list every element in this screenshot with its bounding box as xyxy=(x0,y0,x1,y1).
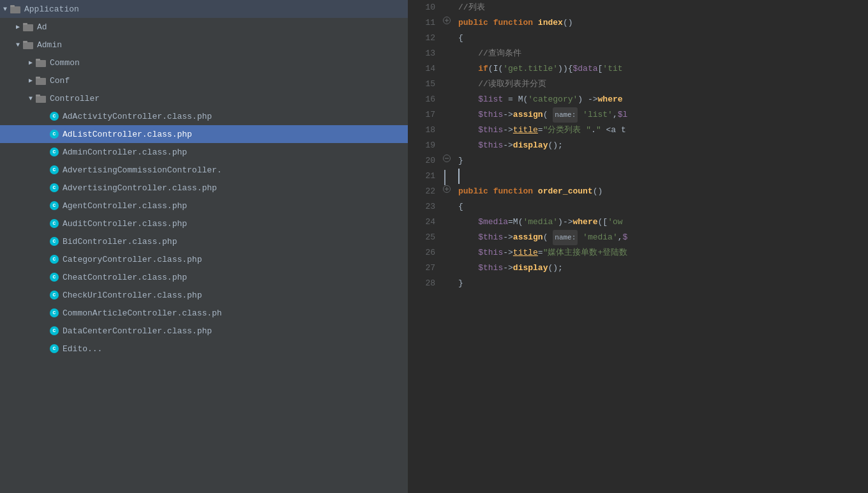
tree-label-admincontroller: AdminController.class.php xyxy=(63,148,187,157)
code-line-27: $this -> display (); xyxy=(458,261,868,276)
string-get-title: 'get.title' xyxy=(503,61,558,77)
property-title-18: title xyxy=(513,123,538,138)
tree-item-editorcontroller[interactable]: c Edito... xyxy=(0,340,408,358)
property-title-26: title xyxy=(513,245,538,261)
keyword-public-22: public xyxy=(458,184,488,199)
file-tree[interactable]: ▼ Application ▶ Ad ▼ Adm xyxy=(0,0,408,493)
line-num-19: 19 xyxy=(408,138,435,153)
code-line-15: //读取列表并分页 xyxy=(458,77,868,92)
tree-item-admin[interactable]: ▼ Admin xyxy=(0,36,408,54)
tree-item-admincontroller[interactable]: c AdminController.class.php xyxy=(0,143,408,161)
tree-label-adlist: AdListController.class.php xyxy=(63,130,192,139)
php-file-icon-commonarticle: c xyxy=(49,308,60,318)
tree-item-advertisingcommission[interactable]: c AdvertisingCommissionController. xyxy=(0,161,408,179)
php-file-icon-categorycontroller: c xyxy=(49,254,60,264)
code-line-22: public function order_count () xyxy=(458,184,868,199)
tree-item-adlist[interactable]: c AdListController.class.php xyxy=(0,125,408,143)
php-file-icon-adlist: c xyxy=(49,129,60,139)
code-gutter xyxy=(440,0,453,493)
tree-item-auditcontroller[interactable]: c AuditController.class.php xyxy=(0,215,408,232)
code-line-26: $this -> title = "媒体主接单数+登陆数 xyxy=(458,245,868,261)
keyword-if: if xyxy=(478,61,488,77)
tree-label-datacenter: DataCenterController.class.php xyxy=(63,326,212,336)
line-num-15: 15 xyxy=(408,77,435,92)
tree-label-adactivity: AdActivityController.class.php xyxy=(63,112,212,121)
arrow-application: ▼ xyxy=(0,6,10,13)
line-num-17: 17 xyxy=(408,107,435,123)
gutter-marker-20[interactable] xyxy=(443,155,451,162)
tree-label-conf: Conf xyxy=(50,76,70,86)
svg-rect-2 xyxy=(23,24,33,31)
svg-rect-1 xyxy=(10,5,15,7)
php-file-icon-bidcontroller: c xyxy=(49,236,60,247)
tree-item-checkurlcontroller[interactable]: c CheckUrlController.class.php xyxy=(0,286,408,304)
tree-item-conf[interactable]: ▶ Conf xyxy=(0,72,408,89)
svg-rect-6 xyxy=(36,60,46,67)
code-editor: 10 11 12 13 14 15 16 17 18 19 20 21 22 2… xyxy=(408,0,868,493)
line-num-11: 11 xyxy=(408,15,435,31)
line-num-27: 27 xyxy=(408,261,435,276)
comment-15: //读取列表并分页 xyxy=(478,77,546,92)
code-line-19: $this -> display (); xyxy=(458,138,868,153)
code-line-24: $media = M ( 'media' ) -> where ([ 'ow xyxy=(458,215,868,230)
svg-rect-3 xyxy=(23,23,27,25)
line-num-10: 10 xyxy=(408,0,435,15)
tree-label-advertisingcommission: AdvertisingCommissionController. xyxy=(63,165,222,175)
tree-label-application: Application xyxy=(24,4,79,14)
tree-label-categorycontroller: CategoryController.class.php xyxy=(63,255,202,264)
php-file-icon-advertisingcommission: c xyxy=(49,165,60,175)
line-num-26: 26 xyxy=(408,245,435,261)
folder-icon-ad xyxy=(23,22,34,31)
tree-item-application[interactable]: ▼ Application xyxy=(0,0,408,18)
tree-label-cheatcontroller: CheatController.class.php xyxy=(63,273,187,282)
code-line-23: { xyxy=(458,199,868,215)
code-line-21 xyxy=(458,169,868,184)
tree-label-controller: Controller xyxy=(50,94,100,103)
funcname-order-count: order_count xyxy=(538,184,593,199)
code-line-16: $list = M ( 'category' ) -> where xyxy=(458,92,868,107)
line-num-14: 14 xyxy=(408,61,435,77)
gutter-marker-22[interactable] xyxy=(443,185,451,193)
tree-item-common[interactable]: ▶ Common xyxy=(0,54,408,72)
line-num-13: 13 xyxy=(408,46,435,61)
tree-item-advertisingcontroller[interactable]: c AdvertisingController.class.php xyxy=(0,179,408,197)
php-file-icon-auditcontroller: c xyxy=(49,218,60,229)
line-num-24: 24 xyxy=(408,215,435,230)
php-file-icon-checkurlcontroller: c xyxy=(49,290,60,300)
keyword-public-11: public xyxy=(458,15,488,31)
tree-item-ad[interactable]: ▶ Ad xyxy=(0,18,408,36)
line-num-25: 25 xyxy=(408,230,435,245)
php-file-icon-datacenter: c xyxy=(49,326,60,336)
php-file-icon-admincontroller: c xyxy=(49,147,60,157)
tree-item-controller[interactable]: ▼ Controller xyxy=(0,89,408,107)
tree-label-common: Common xyxy=(50,58,80,68)
tree-item-bidcontroller[interactable]: c BidController.class.php xyxy=(0,232,408,250)
code-line-14: if ( I ( 'get.title' )){ $data [ 'tit xyxy=(458,61,868,77)
tree-item-agentcontroller[interactable]: c AgentController.class.php xyxy=(0,197,408,215)
folder-icon-conf xyxy=(36,76,47,85)
svg-rect-0 xyxy=(10,6,20,13)
comment-13: //查询条件 xyxy=(478,46,521,61)
code-content: 10 11 12 13 14 15 16 17 18 19 20 21 22 2… xyxy=(408,0,868,493)
svg-rect-7 xyxy=(36,59,40,61)
folder-icon-common xyxy=(36,58,47,67)
folder-icon-admin xyxy=(23,40,34,49)
tree-item-commonarticle[interactable]: c CommonArticleController.class.ph xyxy=(0,304,408,322)
svg-rect-10 xyxy=(36,96,46,103)
keyword-function-11: function xyxy=(493,15,533,31)
code-lines[interactable]: //列表 public function index () { //查询条件 xyxy=(453,0,868,493)
tree-item-categorycontroller[interactable]: c CategoryController.class.php xyxy=(0,250,408,268)
tree-item-cheatcontroller[interactable]: c CheatController.class.php xyxy=(0,268,408,286)
tree-label-commonarticle: CommonArticleController.class.ph xyxy=(63,308,222,318)
line-num-16: 16 xyxy=(408,92,435,107)
svg-rect-4 xyxy=(23,42,33,49)
tree-item-adactivity[interactable]: c AdActivityController.class.php xyxy=(0,107,408,125)
line-numbers: 10 11 12 13 14 15 16 17 18 19 20 21 22 2… xyxy=(408,0,440,493)
funcname-index: index xyxy=(538,15,563,31)
tree-item-datacenter[interactable]: c DataCenterController.class.php xyxy=(0,322,408,340)
gutter-marker-11[interactable] xyxy=(443,17,451,24)
line-num-20: 20 xyxy=(408,153,435,169)
tree-label-auditcontroller: AuditController.class.php xyxy=(63,219,187,229)
keyword-function-22: function xyxy=(493,184,533,199)
code-line-18: $this -> title = "分类列表 " . " <a t xyxy=(458,123,868,138)
